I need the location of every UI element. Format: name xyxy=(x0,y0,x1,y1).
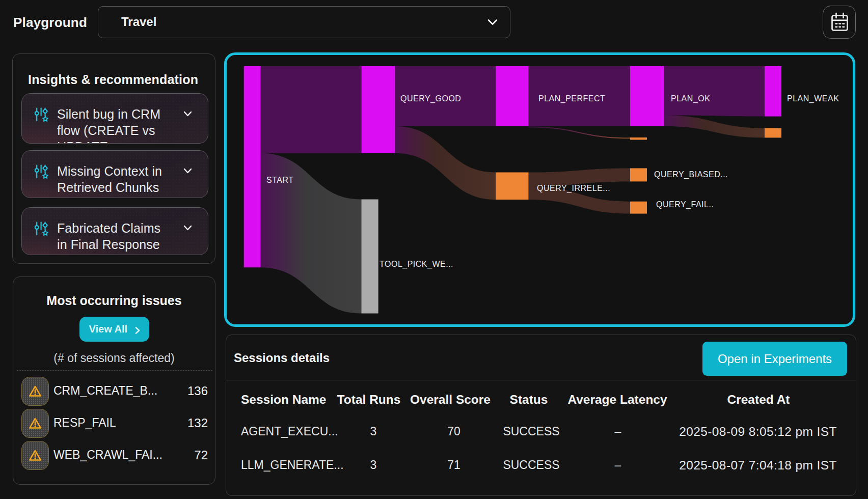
svg-text:QUERY_GOOD: QUERY_GOOD xyxy=(400,94,461,103)
svg-text:QUERY_BIASED...: QUERY_BIASED... xyxy=(654,170,728,179)
svg-text:PLAN_OK: PLAN_OK xyxy=(671,94,710,103)
svg-text:START: START xyxy=(266,176,293,184)
svg-text:PLAN_PERFECT: PLAN_PERFECT xyxy=(538,94,605,103)
svg-text:TOOL_PICK_WE...: TOOL_PICK_WE... xyxy=(379,260,453,269)
svg-text:QUERY_FAIL..: QUERY_FAIL.. xyxy=(656,200,714,209)
svg-text:QUERY_IRRELE...: QUERY_IRRELE... xyxy=(537,184,610,193)
svg-text:PLAN_WEAK: PLAN_WEAK xyxy=(787,94,839,103)
